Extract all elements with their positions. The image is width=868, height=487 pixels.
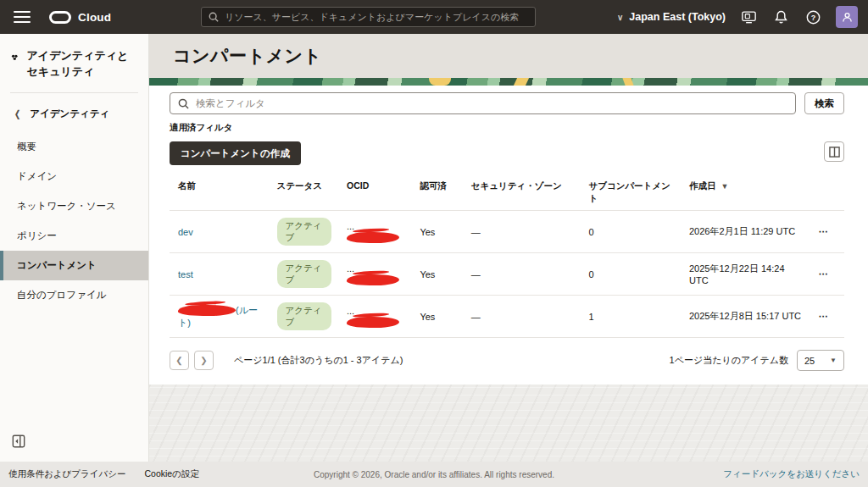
sidebar-title: アイデンティティとセキュリティ bbox=[27, 48, 138, 80]
table-row: devアクティブ... Yes—02026年2月1日 11:29 UTC⋯ bbox=[170, 211, 844, 253]
create-compartment-button[interactable]: コンパートメントの作成 bbox=[170, 141, 301, 165]
banner-accent bbox=[514, 78, 529, 86]
filter-row: 検索 bbox=[170, 92, 844, 114]
sidebar-menu: 概要ドメインネットワーク・ソースポリシーコンパートメント自分のプロファイル bbox=[0, 132, 148, 310]
sidebar: アイデンティティとセキュリティ ❬ アイデンティティ 概要ドメインネットワーク・… bbox=[0, 34, 149, 462]
items-per-page-select[interactable]: 25 ▼ bbox=[797, 350, 844, 371]
column-header[interactable]: サブコンパートメント bbox=[580, 174, 681, 211]
search-button[interactable]: 検索 bbox=[804, 92, 844, 114]
column-header[interactable]: セキュリティ・ゾーン bbox=[463, 174, 581, 211]
global-search-input[interactable] bbox=[225, 12, 528, 22]
help-icon[interactable]: ? bbox=[804, 8, 822, 26]
security-zone-cell: — bbox=[463, 296, 581, 338]
notifications-bell-icon[interactable] bbox=[771, 8, 790, 26]
region-label: Japan East (Tokyo) bbox=[629, 11, 726, 23]
topbar-right: ∨ Japan East (Tokyo) ? bbox=[617, 6, 858, 28]
compartment-name-link[interactable]: test bbox=[178, 269, 193, 279]
collapse-sidebar-icon[interactable] bbox=[12, 434, 25, 451]
table-body: devアクティブ... Yes—02026年2月1日 11:29 UTC⋯tes… bbox=[170, 211, 844, 338]
items-per-page-label: 1ページ当たりのアイテム数 bbox=[670, 354, 788, 367]
column-header[interactable]: 名前 bbox=[170, 174, 269, 211]
chevron-down-icon: ▼ bbox=[830, 357, 837, 364]
banner-accent bbox=[429, 78, 451, 86]
banner-accent bbox=[622, 78, 633, 86]
status-badge: アクティブ bbox=[277, 260, 331, 288]
table-row: testアクティブ... Yes—02025年12月22日 14:24 UTC⋯ bbox=[170, 253, 844, 296]
authorized-cell: Yes bbox=[411, 253, 462, 296]
row-actions-menu[interactable]: ⋯ bbox=[819, 268, 829, 279]
svg-text:?: ? bbox=[810, 13, 815, 21]
sidebar-item[interactable]: ドメイン bbox=[0, 162, 148, 191]
table-actions-row: コンパートメントの作成 bbox=[170, 141, 844, 165]
identity-security-icon bbox=[10, 51, 19, 64]
brand[interactable]: Cloud bbox=[49, 11, 111, 24]
region-selector[interactable]: ∨ Japan East (Tokyo) bbox=[617, 11, 726, 23]
sidebar-item[interactable]: 概要 bbox=[0, 132, 148, 162]
topbar: Cloud ∨ Japan East (Tokyo) ? bbox=[0, 0, 868, 34]
user-avatar[interactable] bbox=[836, 6, 858, 28]
page-title: コンパートメント bbox=[173, 44, 321, 68]
column-header[interactable]: 認可済 bbox=[411, 174, 462, 211]
next-page-button[interactable]: ❯ bbox=[194, 351, 214, 370]
page-header: コンパートメント bbox=[149, 34, 868, 78]
subcompartments-cell: 0 bbox=[580, 211, 681, 253]
filter-search-box[interactable] bbox=[170, 92, 796, 114]
footer: 使用条件およびプライバシー Cookieの設定 Copyright © 2026… bbox=[0, 462, 868, 487]
authorized-cell: Yes bbox=[411, 211, 462, 253]
brand-name: Cloud bbox=[78, 11, 111, 24]
table-row: (ルート)アクティブ... Yes—12025年12月8日 15:17 UTC⋯ bbox=[170, 296, 844, 338]
cookie-settings-link[interactable]: Cookieの設定 bbox=[144, 468, 198, 480]
subcompartments-cell: 1 bbox=[580, 296, 681, 338]
cloud-shell-icon[interactable] bbox=[739, 8, 758, 26]
security-zone-cell: — bbox=[463, 253, 581, 296]
items-per-page-value: 25 bbox=[804, 356, 815, 366]
oci-console: Cloud ∨ Japan East (Tokyo) ? bbox=[0, 0, 868, 487]
redaction-scribble bbox=[347, 274, 399, 285]
columns-icon bbox=[829, 147, 840, 158]
pagination: ❮ ❯ ページ1/1 (合計3のうちの1 - 3アイテム) 1ページ当たりのアイ… bbox=[170, 350, 844, 371]
filter-search-input[interactable] bbox=[196, 98, 787, 108]
compartments-table: 名前ステータスOCID認可済セキュリティ・ゾーンサブコンパートメント作成日▼ d… bbox=[170, 174, 844, 338]
sidebar-item[interactable]: 自分のプロファイル bbox=[0, 280, 148, 310]
compartment-name-link[interactable]: dev bbox=[178, 227, 193, 237]
person-icon bbox=[842, 12, 853, 23]
manage-columns-button[interactable] bbox=[824, 141, 844, 162]
column-header[interactable]: 作成日▼ bbox=[681, 174, 810, 211]
items-per-page: 1ページ当たりのアイテム数 25 ▼ bbox=[670, 350, 844, 371]
status-badge: アクティブ bbox=[277, 302, 331, 330]
search-icon bbox=[178, 98, 189, 109]
sidebar-item[interactable]: ネットワーク・ソース bbox=[0, 191, 148, 221]
column-header[interactable]: ステータス bbox=[269, 174, 338, 211]
sidebar-header: アイデンティティとセキュリティ bbox=[0, 34, 148, 92]
applied-filters-label: 適用済フィルタ bbox=[170, 122, 844, 134]
redaction-scribble bbox=[347, 317, 399, 328]
subcompartments-cell: 0 bbox=[580, 253, 681, 296]
created-date-cell: 2026年2月1日 11:29 UTC bbox=[681, 211, 810, 253]
previous-page-button[interactable]: ❮ bbox=[170, 351, 189, 370]
security-zone-cell: — bbox=[463, 211, 581, 253]
authorized-cell: Yes bbox=[411, 296, 462, 338]
feedback-link[interactable]: フィードバックをお送りください bbox=[723, 468, 860, 480]
sidebar-item[interactable]: コンパートメント bbox=[0, 251, 148, 280]
row-actions-menu[interactable]: ⋯ bbox=[819, 311, 829, 321]
decorative-banner bbox=[149, 78, 868, 86]
page-info-label: ページ1/1 (合計3のうちの1 - 3アイテム) bbox=[234, 354, 403, 367]
chevron-down-icon: ∨ bbox=[617, 13, 623, 22]
created-date-cell: 2025年12月22日 14:24 UTC bbox=[681, 253, 810, 296]
redaction-scribble bbox=[178, 305, 236, 316]
status-badge: アクティブ bbox=[277, 218, 331, 246]
sidebar-back-identity[interactable]: ❬ アイデンティティ bbox=[0, 93, 148, 132]
redaction-scribble bbox=[347, 232, 399, 243]
sort-chevron-down-icon: ▼ bbox=[721, 182, 728, 191]
global-search[interactable] bbox=[201, 7, 536, 27]
created-date-cell: 2025年12月8日 15:17 UTC bbox=[681, 296, 810, 338]
column-header[interactable]: OCID bbox=[338, 174, 411, 211]
search-icon bbox=[209, 12, 219, 22]
sidebar-item[interactable]: ポリシー bbox=[0, 221, 148, 251]
oracle-logo-icon bbox=[49, 11, 71, 24]
terms-privacy-link[interactable]: 使用条件およびプライバシー bbox=[8, 468, 125, 480]
hamburger-menu-icon[interactable] bbox=[14, 11, 31, 23]
main-area: コンパートメント 検索 適用済フィルタ コンパートメントの作成 bbox=[149, 34, 868, 462]
row-actions-menu[interactable]: ⋯ bbox=[819, 226, 829, 236]
chevron-left-icon: ❬ bbox=[14, 108, 21, 119]
